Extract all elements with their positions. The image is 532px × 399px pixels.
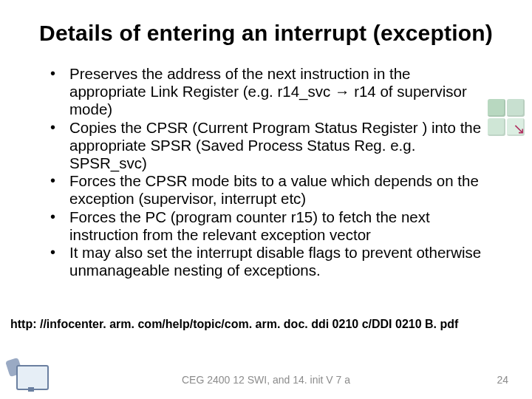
bullet-list: Preserves the address of the next instru…	[44, 65, 488, 279]
list-item: Forces the PC (program counter r15) to f…	[44, 208, 488, 244]
slide-title: Details of entering an interrupt (except…	[0, 0, 532, 52]
page-number: 24	[497, 374, 508, 386]
reference-url: http: //infocenter. arm. com/help/topic/…	[10, 318, 458, 331]
list-item: Forces the CPSR mode bits to a value whi…	[44, 172, 488, 208]
list-item: It may also set the interrupt disable fl…	[44, 244, 488, 279]
list-item: Copies the CPSR (Current Program Status …	[44, 119, 488, 173]
puzzle-arrow-icon	[485, 96, 528, 139]
slide: Details of entering an interrupt (except…	[0, 0, 532, 399]
list-item: Preserves the address of the next instru…	[44, 65, 488, 119]
footer-center-text: CEG 2400 12 SWI, and 14. init V 7 a	[0, 374, 532, 386]
